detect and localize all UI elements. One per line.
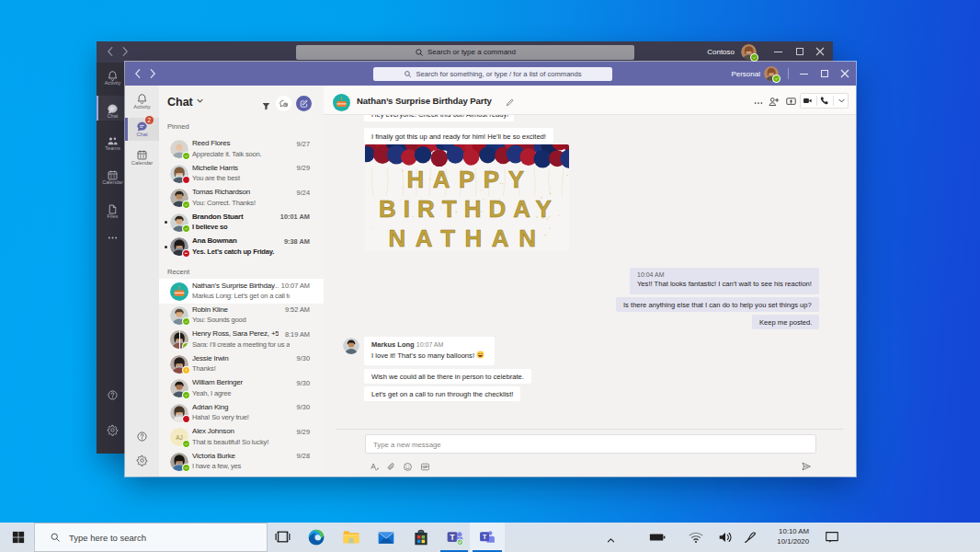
svg-text:T: T (483, 534, 487, 541)
svg-text:BIRTHDAY: BIRTHDAY (379, 195, 559, 223)
svg-text:T: T (450, 533, 455, 542)
svg-text:GIF: GIF (422, 466, 428, 469)
svg-text:NATHAN: NATHAN (389, 224, 546, 251)
svg-text:HAPPY: HAPPY (406, 166, 532, 193)
